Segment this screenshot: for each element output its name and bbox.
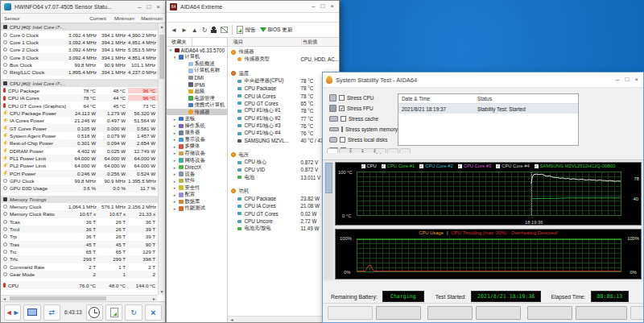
minimize-icon[interactable]: – (312, 3, 315, 10)
tab[interactable] (375, 148, 386, 153)
sensor-row[interactable]: Memory Clock Ratio 10.67 x 10.67 x 21.33… (1, 210, 158, 217)
refresh-icon[interactable]: ↻ (202, 27, 208, 34)
legend-checkbox[interactable] (361, 164, 365, 168)
sensor-row[interactable]: Command Rate 2 T 1 T 2 T (1, 263, 158, 271)
sensor-row[interactable]: Trp 36 T 26 T 39 T (1, 233, 158, 240)
sensor-row[interactable]: CPU GT Cores (Graphics) 64 °C 45 °C 73 °… (1, 101, 158, 109)
sensor-row[interactable]: CPU Package 78 °C 48 °C 96 °C (1, 87, 158, 94)
item-row[interactable] (228, 64, 339, 70)
minimize-icon[interactable]: – (138, 4, 141, 10)
item-row[interactable]: 传感器 (228, 48, 339, 56)
user-icon[interactable] (211, 27, 217, 33)
tree-item[interactable]: 系统概述 (167, 60, 227, 68)
action-button[interactable] (527, 306, 572, 320)
scroll-left-icon[interactable]: ◄ (229, 317, 233, 322)
sensor-row[interactable]: Trcd 36 T 26 T 39 T (1, 226, 158, 233)
sensor-row[interactable]: CPU [#0]: Intel Core i7-... (1, 23, 158, 31)
expander-icon[interactable]: ▾ (172, 55, 177, 60)
scroll-down-icon[interactable]: ▼ (159, 289, 165, 294)
sensor-row[interactable]: System Agent Power 0.518 W 0.079 W 1.457… (1, 132, 158, 139)
expander-icon[interactable]: ▸ (172, 193, 177, 197)
action-button[interactable] (427, 306, 473, 320)
sensor-row[interactable]: Core 0 Clock 3,092.4 MHz 394.1 MHz 4,990… (1, 31, 158, 38)
tree-item[interactable]: ▾ AIDA64 v6.33.5700 (167, 47, 227, 54)
legend-checkbox[interactable] (535, 164, 539, 168)
sensor-row[interactable]: GPU D3D Usage 3.6 % 0.0 % 11.7 % (1, 184, 158, 192)
sensor-row[interactable]: PL2 Power Limit 64.000 W 64.000 W 64.000… (1, 162, 158, 169)
logging-button[interactable] (105, 304, 122, 321)
bios-update-button[interactable]: BIOS 更新 (260, 24, 293, 35)
tree-item[interactable]: ▾ 计算机 (167, 54, 227, 61)
sensor-row[interactable]: CPU [#0]: Intel Core i7-... (1, 79, 158, 86)
checkbox[interactable] (339, 106, 345, 111)
sensor-row[interactable]: PCH Power 0.246 W 0.256 W 0.524 W (1, 170, 158, 177)
col-status[interactable]: Status (477, 96, 492, 101)
sensor-row[interactable]: CPU IA Cores 78 °C 44 °C 96 °C (1, 94, 158, 101)
expander-icon[interactable]: ▸ (172, 117, 177, 122)
action-button[interactable] (630, 306, 644, 320)
checkbox[interactable] (339, 95, 345, 101)
sensor-row[interactable]: PL1 Power Limit 64.000 W 64.000 W 64.000… (1, 155, 158, 162)
sensor-row[interactable]: GT Cores Power 0.105 W 0.000 W 0.581 W (1, 124, 158, 131)
expander-icon[interactable]: ▸ (172, 199, 177, 204)
scrollbar-thumb[interactable] (10, 296, 106, 300)
sensor-row[interactable]: Tras 45 T 45 T 90 T (1, 241, 158, 248)
col-datetime[interactable]: Date & Time (398, 96, 477, 101)
tree-item[interactable]: ▸ 操作系统 (167, 122, 227, 130)
expander-icon[interactable]: ▸ (172, 185, 177, 190)
clock-button[interactable] (86, 304, 103, 321)
sensor-row[interactable]: Ring/LLC Clock 1,895.4 MHz 394.1 MHz 4,2… (1, 68, 158, 76)
horizontal-scrollbar[interactable]: ◄ ► (1, 295, 158, 301)
sensor-row[interactable]: Trfc 299 T 299 T 398 T (1, 255, 158, 263)
tab[interactable] (351, 148, 362, 153)
tree-item[interactable]: 超频 (167, 88, 227, 95)
action-button[interactable] (328, 306, 373, 320)
legend-checkbox[interactable] (419, 164, 423, 168)
sync-button[interactable]: ⇄ (43, 304, 60, 321)
monitor-button[interactable] (23, 304, 40, 321)
action-button[interactable] (576, 306, 627, 320)
expander-icon[interactable]: ▸ (172, 130, 177, 135)
tree-item[interactable]: IPMI (167, 81, 227, 89)
expander-icon[interactable]: ▸ (172, 179, 177, 184)
tree-item[interactable]: ▸ 网络设备 (167, 157, 227, 164)
forward-icon[interactable]: ► (181, 27, 188, 34)
expander-icon[interactable]: ▸ (172, 172, 177, 176)
maximize-icon[interactable]: □ (147, 4, 151, 10)
sensor-row[interactable]: Trc 65 T 65 T 129 T (1, 248, 158, 255)
swap-columns-button[interactable]: ◄► (4, 304, 21, 321)
tree-item[interactable]: 传感器 (167, 109, 227, 116)
sensor-row[interactable]: CPU Package Power 24.113 W 1.279 W 56.32… (1, 110, 158, 117)
tree-item[interactable]: 便携式计算机 (167, 101, 227, 109)
col-value[interactable]: 当前值 (302, 39, 317, 46)
scroll-right-icon[interactable]: ► (152, 296, 156, 301)
checkbox[interactable] (341, 116, 346, 122)
tree-item[interactable]: 电源管理 (167, 95, 227, 102)
sensor-row[interactable]: Core 1 Clock 3,092.4 MHz 394.1 MHz 4,851… (1, 39, 158, 46)
tree-item[interactable]: 计算机名称 (167, 68, 227, 75)
sensor-row[interactable]: Core 2 Clock 3,092.4 MHz 394.1 MHz 5,053… (1, 46, 158, 53)
tree-item[interactable]: DMI (167, 74, 227, 81)
sensor-row[interactable]: IA Cores Power 21.246 W 0.497 W 51.564 W (1, 117, 158, 124)
scrollbar-thumb[interactable] (159, 35, 164, 79)
expander-icon[interactable]: ▸ (172, 151, 177, 155)
maximize-icon[interactable]: □ (625, 77, 629, 83)
log-row[interactable]: 2021/8/21 18:19:37 Stability Test: Start… (398, 104, 578, 114)
sensor-row[interactable]: Gear Mode 2 1 2 (1, 271, 158, 278)
reset-button[interactable]: ↻ (125, 304, 142, 321)
tree-item[interactable]: ▸ 多媒体 (167, 143, 227, 151)
back-icon[interactable]: ◄ (171, 27, 177, 34)
minimize-icon[interactable]: – (616, 77, 619, 83)
sensor-row[interactable]: Core 3 Clock 3,092.4 MHz 394.1 MHz 4,851… (1, 53, 158, 60)
sensor-row[interactable]: Rest-of-Chip Power 0.301 W 0.094 W 2.654… (1, 139, 158, 147)
tab[interactable] (399, 148, 411, 153)
legend-checkbox[interactable] (382, 164, 386, 168)
tree-item[interactable]: ▸ DirectX (167, 164, 227, 171)
expander-icon[interactable]: ▸ (172, 123, 177, 128)
tab[interactable] (363, 148, 374, 153)
tree-item[interactable]: ▸ 主板 (167, 115, 227, 122)
report-button[interactable]: 报告 (237, 26, 255, 34)
close-icon[interactable]: × (330, 3, 334, 10)
sensor-row[interactable]: Tcas 36 T 26 T 36 T (1, 218, 158, 226)
tree-item[interactable]: ▸ 配置 (167, 191, 227, 198)
